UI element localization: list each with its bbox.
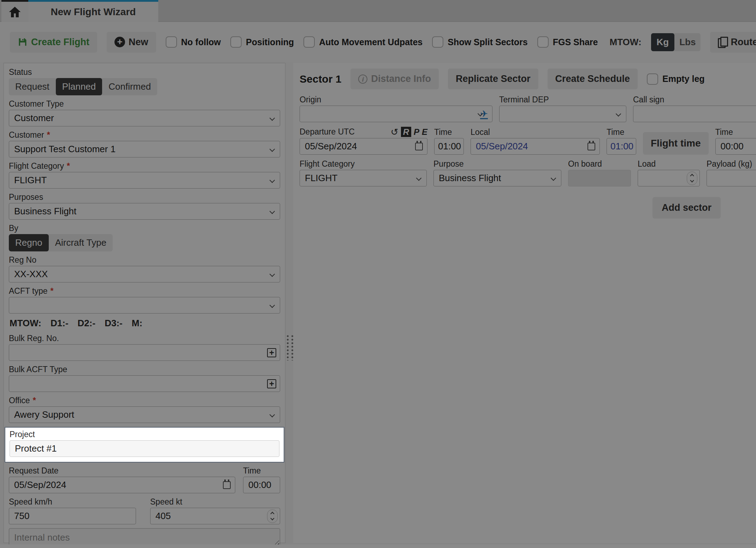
- reg-no-select[interactable]: XX-XXX: [9, 266, 280, 282]
- auto-movement-label: Auto Movement Udpates: [319, 37, 423, 47]
- request-date-input[interactable]: 05/Sep/2024: [9, 477, 235, 493]
- request-date-label: Request Date: [9, 466, 235, 476]
- internal-notes-field[interactable]: [14, 531, 275, 543]
- no-follow-label: No follow: [181, 37, 221, 47]
- distance-info-button[interactable]: i Distance Info: [350, 68, 439, 89]
- project-spotlight-card: Project: [5, 427, 284, 463]
- bulk-acft-type-label: Bulk ACFT Type: [9, 365, 280, 374]
- no-follow-checkbox-group: No follow: [166, 36, 221, 48]
- flight-category-select[interactable]: FLIGHT: [9, 172, 280, 189]
- purposes-select[interactable]: Business Flight: [9, 203, 280, 220]
- number-stepper-icon[interactable]: [687, 172, 697, 185]
- bulk-acft-type-input[interactable]: +: [9, 375, 280, 392]
- kg-toggle-option[interactable]: Kg: [651, 33, 675, 51]
- flag-r-toggle[interactable]: R: [401, 127, 411, 137]
- project-label: Project: [10, 430, 279, 439]
- calendar-icon[interactable]: [415, 143, 423, 150]
- by-option-regno[interactable]: Regno: [9, 234, 49, 251]
- create-flight-button[interactable]: Create Flight: [10, 32, 97, 53]
- fgs-share-checkbox[interactable]: [537, 36, 549, 48]
- departure-time-label: Time: [434, 127, 464, 137]
- origin-input[interactable]: ✈: [300, 106, 492, 122]
- internal-notes-textarea[interactable]: [9, 528, 280, 547]
- call-sign-input[interactable]: [633, 106, 756, 122]
- lbs-toggle-option[interactable]: Lbs: [674, 33, 701, 51]
- acft-type-select[interactable]: [9, 297, 280, 314]
- add-sector-button[interactable]: Add sector: [652, 197, 721, 219]
- status-option-confirmed[interactable]: Confirmed: [102, 78, 157, 95]
- chevron-down-icon: [416, 175, 422, 181]
- departure-utc-date-input[interactable]: 05/Sep/2024: [300, 138, 427, 155]
- project-input[interactable]: [10, 440, 279, 457]
- local-time-value: 01:00: [610, 141, 633, 152]
- show-split-sectors-checkbox[interactable]: [432, 36, 443, 48]
- sector-title: Sector 1: [300, 73, 341, 85]
- sector-flight-category-select[interactable]: FLIGHT: [300, 170, 427, 186]
- terminal-dep-select[interactable]: [499, 106, 626, 122]
- no-follow-checkbox[interactable]: [166, 36, 177, 48]
- new-button[interactable]: + New: [107, 32, 156, 53]
- mtow-summary: MTOW:D1:-D2:-D3:-M:: [10, 318, 279, 329]
- call-sign-label: Call sign: [633, 95, 756, 105]
- chevron-down-icon: [270, 208, 275, 214]
- office-select[interactable]: Awery Support: [9, 406, 280, 423]
- request-time-input[interactable]: 00:00: [243, 477, 280, 493]
- required-asterisk: *: [51, 286, 54, 296]
- tab-home[interactable]: [1, 0, 28, 22]
- by-option-aircraft-type[interactable]: Aircraft Type: [49, 234, 113, 251]
- departure-utc-label: Departure UTC: [300, 127, 355, 137]
- add-plus-icon[interactable]: +: [267, 379, 276, 388]
- new-label: New: [129, 37, 148, 48]
- calendar-icon[interactable]: [223, 481, 231, 489]
- positioning-checkbox[interactable]: [230, 36, 242, 48]
- empty-leg-label: Empty leg: [662, 74, 704, 84]
- project-value-field[interactable]: [15, 441, 274, 457]
- flight-category-value: FLIGHT: [14, 175, 47, 186]
- empty-leg-checkbox[interactable]: [647, 73, 658, 85]
- local-date-input[interactable]: 05/Sep/2024: [471, 138, 600, 155]
- purpose-value: Business Flight: [439, 173, 501, 184]
- flight-time-input[interactable]: 00:00: [715, 138, 756, 155]
- add-plus-icon[interactable]: +: [267, 348, 276, 357]
- show-split-sectors-label: Show Split Sectors: [448, 37, 527, 47]
- customer-select[interactable]: Support Test Customer 1: [9, 141, 280, 157]
- customer-type-label: Customer Type: [9, 99, 280, 109]
- chevron-down-icon: [270, 115, 275, 121]
- reg-no-label: Reg No: [9, 255, 280, 265]
- fgs-share-checkbox-group: FGS Share: [537, 36, 598, 48]
- calendar-icon[interactable]: [587, 143, 595, 150]
- purpose-select[interactable]: Business Flight: [433, 170, 561, 186]
- chevron-down-icon: [270, 302, 275, 308]
- flight-time-button[interactable]: Flight time: [643, 132, 709, 155]
- speed-kmh-input[interactable]: 750: [9, 508, 136, 524]
- customer-value: Support Test Customer 1: [14, 144, 116, 155]
- status-option-request[interactable]: Request: [9, 78, 56, 95]
- status-option-planned[interactable]: Planned: [56, 78, 102, 95]
- number-stepper-icon[interactable]: [267, 510, 278, 523]
- plus-circle-icon: +: [114, 37, 125, 47]
- paste-icon: [718, 37, 727, 47]
- required-asterisk: *: [33, 396, 36, 405]
- departure-time-input[interactable]: 01:00: [434, 138, 464, 155]
- purposes-value: Business Flight: [14, 206, 76, 217]
- load-stepper[interactable]: [638, 170, 700, 186]
- required-asterisk: *: [47, 130, 50, 140]
- history-icon[interactable]: ↺: [391, 128, 398, 136]
- flag-e-toggle[interactable]: E: [422, 127, 427, 137]
- tab-new-flight-wizard[interactable]: New Flight Wizard: [28, 0, 158, 22]
- replicate-sector-button[interactable]: Replicate Sector: [448, 68, 538, 89]
- speed-kt-stepper[interactable]: 405: [150, 508, 280, 524]
- auto-movement-checkbox[interactable]: [303, 36, 315, 48]
- payload-label: Payload (kg): [707, 159, 756, 169]
- local-time-label: Time: [607, 127, 636, 137]
- panel-resize-handle[interactable]: [285, 334, 295, 361]
- flag-p-toggle[interactable]: P: [414, 127, 419, 137]
- speed-kt-value: 405: [155, 511, 171, 522]
- local-time-input[interactable]: 01:00: [607, 138, 636, 155]
- customer-type-select[interactable]: Customer: [9, 110, 280, 126]
- required-asterisk: *: [67, 161, 70, 171]
- route-paste-button[interactable]: Route Paste: [710, 32, 756, 53]
- payload-stepper[interactable]: [707, 170, 756, 186]
- create-schedule-button[interactable]: Create Schedule: [548, 68, 638, 89]
- bulk-reg-no-input[interactable]: +: [9, 344, 280, 361]
